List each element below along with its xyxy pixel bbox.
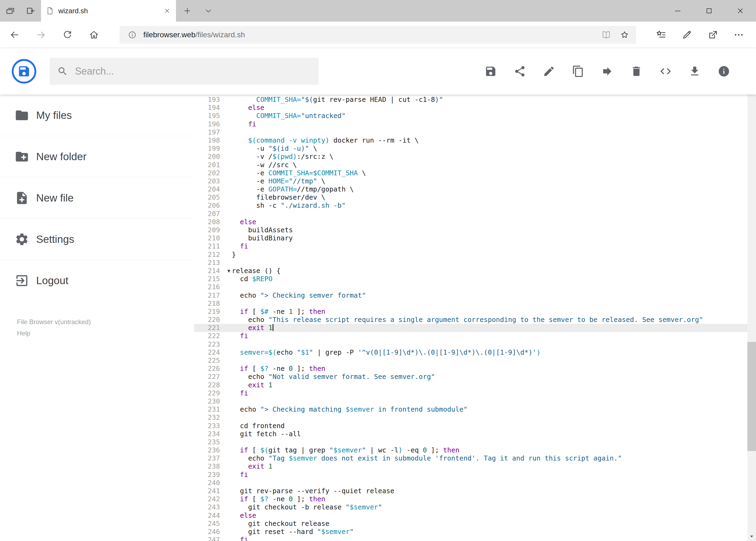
code-line[interactable]: 238 exit 1 (194, 462, 747, 470)
code-line[interactable]: 202 -e COMMIT_SHA=$COMMIT_SHA \ (194, 169, 747, 177)
code-line[interactable]: 223 (194, 340, 747, 348)
code-line[interactable]: 215 cd $REPO (194, 275, 747, 283)
maximize-button[interactable] (693, 0, 725, 22)
code-line[interactable]: 221 exit 1 (194, 324, 747, 332)
code-line[interactable]: 228 exit 1 (194, 381, 747, 389)
code-line[interactable]: 198 $(command -v winpty) docker run --rm… (194, 136, 747, 145)
code-line[interactable]: 240 (194, 479, 747, 487)
code-line[interactable]: 207 (194, 210, 747, 218)
code-line[interactable]: 225 (194, 356, 747, 365)
site-info-icon[interactable] (125, 28, 139, 42)
back-icon[interactable] (1, 22, 28, 48)
code-line[interactable]: 245 git checkout release (194, 520, 747, 528)
delete-button[interactable] (630, 65, 642, 78)
code-line[interactable]: 246 git reset --hard "$semver" (194, 528, 747, 536)
sidebar-item-my-files[interactable]: My files (0, 95, 194, 136)
code-line[interactable]: 226 if [ $? -ne 0 ]; then (194, 365, 747, 373)
code-line[interactable]: 236 if [ $(git tag | grep "$semver" | wc… (194, 446, 747, 454)
code-line[interactable]: 234 git fetch --all (194, 430, 747, 438)
code-line[interactable]: 203 -e HOME="//tmp" \ (194, 177, 747, 185)
code-line[interactable]: 208 else (194, 218, 747, 226)
share-icon[interactable] (700, 22, 726, 48)
code-line[interactable]: 206 sh -c "./wizard.sh -b" (194, 202, 747, 210)
code-line[interactable]: 216 (194, 283, 747, 291)
tab-close-icon[interactable] (162, 6, 172, 16)
page-scrollbar[interactable] (747, 48, 756, 541)
code-line[interactable]: 247 fi (194, 536, 747, 541)
share-button[interactable] (514, 65, 526, 78)
code-line[interactable]: 193 COMMIT_SHA="$(git rev-parse HEAD | c… (194, 96, 747, 104)
code-line[interactable]: 214▾release () { (194, 267, 747, 275)
code-view-button[interactable] (659, 65, 672, 78)
reading-view-icon[interactable] (599, 28, 614, 42)
code-line[interactable]: 241 git rev-parse --verify --quiet relea… (194, 487, 747, 495)
fold-arrow-icon[interactable]: ▾ (227, 267, 230, 275)
sidebar-item-logout[interactable]: Logout (0, 260, 194, 301)
code-line[interactable]: 231 echo "> Checking matching $semver in… (194, 405, 747, 413)
code-line[interactable]: 194 else (194, 104, 747, 112)
code-line[interactable]: 213 (194, 259, 747, 267)
add-favorite-star-icon[interactable] (617, 28, 632, 42)
copy-button[interactable] (572, 65, 584, 78)
tab-preview-chevron-icon[interactable] (199, 0, 218, 22)
code-line[interactable]: 201 -w //src \ (194, 161, 747, 169)
code-line[interactable]: 199 -u "$(id -u)" \ (194, 145, 747, 153)
search-box[interactable] (50, 58, 319, 85)
code-line[interactable]: 235 (194, 438, 747, 446)
close-button[interactable] (725, 0, 756, 22)
address-bar[interactable]: filebrowser.web/files/wizard.sh (120, 26, 636, 44)
sidebar-item-new-folder[interactable]: New folder (0, 136, 194, 177)
new-tab-button[interactable] (176, 0, 199, 22)
code-editor[interactable]: 193 COMMIT_SHA="$(git rev-parse HEAD | c… (194, 95, 747, 541)
edit-button[interactable] (543, 65, 555, 78)
tabs-set-aside-icon[interactable] (0, 0, 21, 22)
code-line[interactable]: 229 fi (194, 389, 747, 397)
search-input[interactable] (75, 66, 311, 77)
code-line[interactable]: 244 else (194, 512, 747, 520)
code-line[interactable]: 227 echo "Not valid semver format. See s… (194, 373, 747, 381)
sidebar-item-settings[interactable]: Settings (0, 219, 194, 260)
code-line[interactable]: 204 -e GOPATH=//tmp/gopath \ (194, 185, 747, 194)
more-options-icon[interactable] (726, 22, 752, 48)
code-line[interactable]: 242 if [ $? -ne 0 ]; then (194, 495, 747, 503)
code-line[interactable]: 211 fi (194, 242, 747, 251)
code-line[interactable]: 210 buildBinary (194, 234, 747, 242)
code-line[interactable]: 212} (194, 251, 747, 259)
minimize-button[interactable] (662, 0, 693, 22)
code-line[interactable]: 220 echo "This release script requires a… (194, 316, 747, 324)
code-line[interactable]: 219 if [ $# -ne 1 ]; then (194, 307, 747, 316)
code-line[interactable]: 195 COMMIT_SHA="untracked" (194, 112, 747, 120)
code-line[interactable]: 232 (194, 413, 747, 422)
code-line[interactable]: 209 buildAssets (194, 226, 747, 234)
filebrowser-logo[interactable] (11, 58, 37, 84)
scrollbar-thumb[interactable] (747, 342, 756, 451)
help-link[interactable]: Help (17, 329, 91, 337)
web-note-pen-icon[interactable] (674, 22, 700, 48)
code-line[interactable]: 196 fi (194, 120, 747, 128)
forward-icon[interactable] (28, 22, 54, 48)
set-tabs-aside-icon[interactable] (21, 0, 41, 22)
code-line[interactable]: 217 echo "> Checking semver format" (194, 291, 747, 299)
code-line[interactable]: 243 git checkout -b release "$semver" (194, 503, 747, 511)
home-icon[interactable] (81, 22, 107, 48)
code-line[interactable]: 224 semver=$(echo "$1" | grep -P '^v(0|[… (194, 348, 747, 356)
sidebar-item-new-file[interactable]: New file (0, 177, 194, 219)
code-line[interactable]: 205 filebrowser/dev \ (194, 194, 747, 202)
code-line[interactable]: 239 fi (194, 471, 747, 479)
hub-favorites-icon[interactable] (648, 22, 674, 48)
code-line[interactable]: 197 (194, 128, 747, 136)
download-button[interactable] (688, 65, 701, 78)
code-line[interactable]: 237 echo "Tag $semver does not exist in … (194, 454, 747, 462)
scrollbar-down-arrow-icon[interactable] (747, 532, 756, 541)
code-line[interactable]: 218 (194, 299, 747, 307)
refresh-icon[interactable] (54, 22, 81, 48)
download-icon (688, 65, 701, 78)
code-line[interactable]: 222 fi (194, 332, 747, 340)
code-line[interactable]: 200 -v /$(pwd):/src:z \ (194, 153, 747, 161)
info-button[interactable] (718, 65, 730, 78)
save-button[interactable] (484, 65, 497, 78)
code-line[interactable]: 230 (194, 397, 747, 405)
move-button[interactable] (601, 65, 614, 78)
code-line[interactable]: 233 cd frontend (194, 422, 747, 430)
browser-tab[interactable]: wizard.sh (41, 0, 176, 22)
